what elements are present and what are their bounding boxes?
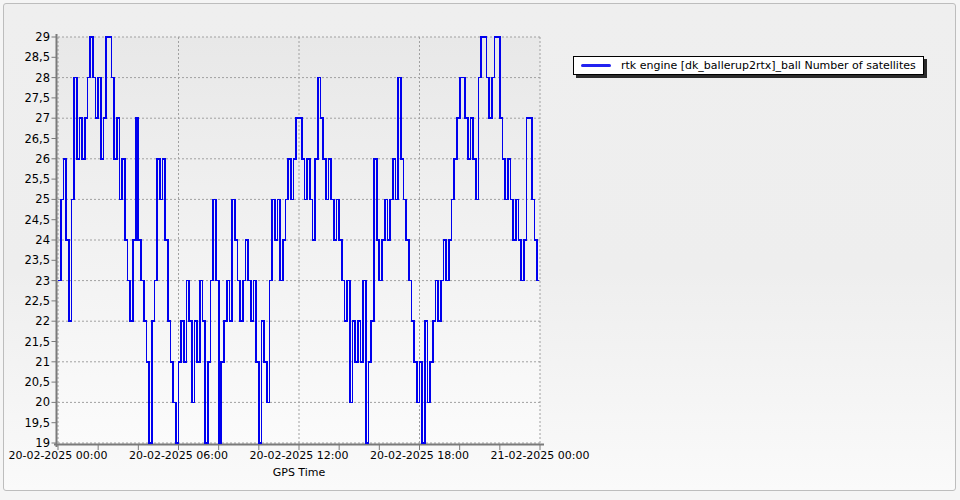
y-tick-label: 22,5 (24, 294, 50, 308)
x-tick-label: 20-02-2025 00:00 (8, 449, 107, 462)
y-tick-label: 26 (35, 152, 50, 166)
y-tick-label: 23 (35, 274, 50, 288)
legend[interactable]: rtk engine [dk_ballerup2rtx]_ball Number… (573, 56, 924, 75)
x-tick-label: 20-02-2025 12:00 (249, 449, 348, 462)
y-tick-label: 28 (35, 71, 50, 85)
y-tick-label: 19,5 (24, 416, 50, 430)
x-tick-label: 20-02-2025 06:00 (129, 449, 228, 462)
x-axis-title: GPS Time (273, 466, 326, 479)
y-tick-label: 20 (35, 395, 50, 409)
y-tick-label: 22 (35, 314, 50, 328)
series-line-swatch (581, 64, 611, 67)
y-tick-label: 19 (35, 436, 50, 450)
y-tick-label: 21,5 (24, 335, 50, 349)
y-tick-label: 25 (35, 192, 50, 206)
y-tick-label: 27 (35, 111, 50, 125)
legend-label: rtk engine [dk_ballerup2rtx]_ball Number… (621, 60, 916, 71)
y-tick-label: 24 (35, 233, 50, 247)
y-tick-label: 26,5 (24, 132, 50, 146)
y-tick-label: 24,5 (24, 213, 50, 227)
y-tick-label: 29 (35, 30, 50, 44)
y-tick-label: 25,5 (24, 172, 50, 186)
y-tick-label: 28,5 (24, 50, 50, 64)
x-tick-label: 21-02-2025 00:00 (490, 449, 589, 462)
y-tick-label: 23,5 (24, 253, 50, 267)
y-tick-label: 27,5 (24, 91, 50, 105)
y-tick-label: 21 (35, 355, 50, 369)
plot-area[interactable]: 2928,52827,52726,52625,52524,52423,52322… (0, 0, 960, 500)
x-tick-label: 20-02-2025 18:00 (370, 449, 469, 462)
y-tick-label: 20,5 (24, 375, 50, 389)
